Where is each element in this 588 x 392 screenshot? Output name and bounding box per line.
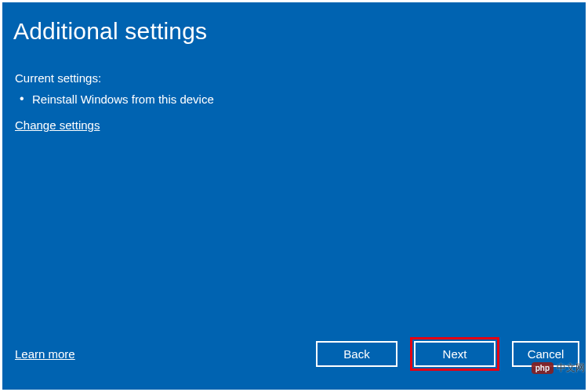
watermark: php 中文网 [532, 361, 585, 375]
spacer [13, 132, 572, 337]
learn-more-link[interactable]: Learn more [15, 347, 75, 361]
watermark-text: 中文网 [557, 361, 585, 375]
next-button[interactable]: Next [414, 341, 495, 367]
settings-dialog: Additional settings Current settings: Re… [2, 2, 586, 390]
watermark-badge: php [532, 362, 554, 374]
page-title: Additional settings [13, 18, 572, 45]
change-settings-link[interactable]: Change settings [15, 118, 572, 132]
list-item: Reinstall Windows from this device [15, 93, 572, 106]
settings-list: Reinstall Windows from this device [15, 93, 572, 106]
current-settings-label: Current settings: [15, 71, 572, 85]
dialog-footer: Learn more Back Next Cancel [13, 337, 572, 376]
next-button-highlight: Next [410, 337, 499, 371]
back-button[interactable]: Back [316, 341, 397, 367]
